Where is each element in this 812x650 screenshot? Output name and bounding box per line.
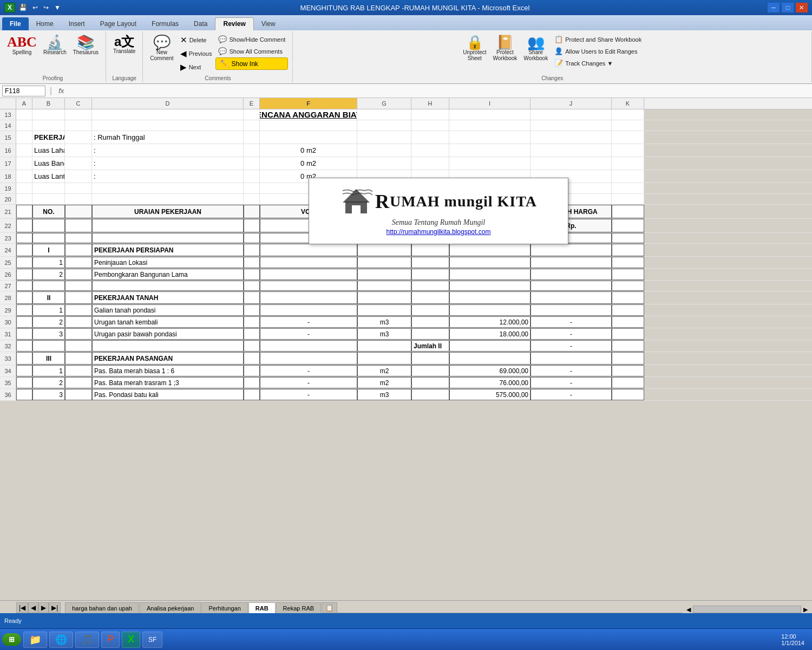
cell-k14[interactable] [612, 120, 644, 131]
cell-a19[interactable] [16, 183, 32, 193]
tab-home[interactable]: Home [29, 17, 61, 30]
rownum-14[interactable]: 14 [0, 120, 16, 131]
quick-access-redo[interactable]: ↪ [42, 3, 50, 12]
cell-a15[interactable] [16, 131, 32, 144]
tab-page-layout[interactable]: Page Layout [93, 17, 144, 30]
cell-e27[interactable] [244, 281, 260, 291]
rownum-36[interactable]: 36 [0, 389, 16, 400]
cell-f30[interactable]: - [260, 316, 357, 328]
cell-g36[interactable]: m3 [357, 389, 411, 400]
cell-f28[interactable] [260, 291, 357, 304]
cell-g13[interactable] [357, 109, 411, 120]
cell-d18[interactable]: : [92, 170, 244, 183]
cell-h24[interactable] [411, 244, 449, 256]
cell-g26[interactable] [357, 269, 411, 280]
cell-d29[interactable]: Galian tanah pondasi [92, 304, 244, 316]
cell-g35[interactable]: m2 [357, 377, 411, 388]
rownum-24[interactable]: 24 [0, 244, 16, 256]
col-header-e[interactable]: E [244, 98, 260, 109]
cell-d22[interactable] [92, 219, 244, 232]
cell-h25[interactable] [411, 257, 449, 268]
sheet-tab-perhitungan[interactable]: Perhitungan [201, 602, 247, 613]
cell-d35[interactable]: Pas. Bata merah trasram 1 ;3 [92, 377, 244, 388]
cell-c27[interactable] [65, 281, 92, 291]
rownum-19[interactable]: 19 [0, 183, 16, 193]
protect-workbook-button[interactable]: 📔 ProtectWorkbook [490, 34, 520, 63]
cell-g33[interactable] [357, 352, 411, 365]
cell-c33[interactable] [65, 352, 92, 365]
cell-j30[interactable]: - [531, 316, 612, 328]
cell-a22[interactable] [16, 219, 32, 232]
cell-a13[interactable] [16, 109, 32, 120]
tab-data[interactable]: Data [186, 17, 215, 30]
new-comment-button[interactable]: 💬 NewComment [147, 34, 176, 63]
cell-k33[interactable] [612, 352, 644, 365]
cell-f31[interactable]: - [260, 328, 357, 340]
cell-g31[interactable]: m3 [357, 328, 411, 340]
cell-g28[interactable] [357, 291, 411, 304]
sheet-tab-rekap[interactable]: Rekap RAB [276, 602, 321, 613]
unprotect-sheet-button[interactable]: 🔒 UnprotectSheet [460, 34, 489, 63]
cell-k30[interactable] [612, 316, 644, 328]
cell-e19[interactable] [244, 183, 260, 193]
tab-review[interactable]: Review [215, 17, 253, 30]
name-box[interactable] [2, 86, 45, 96]
cell-h32[interactable]: Jumlah II [411, 340, 449, 352]
show-all-comments-button[interactable]: 💬 Show All Comments [215, 46, 288, 57]
cell-c34[interactable] [65, 365, 92, 376]
cell-h27[interactable] [411, 281, 449, 291]
cell-g16[interactable] [357, 144, 411, 157]
cell-k20[interactable] [612, 194, 644, 204]
cell-a18[interactable] [16, 170, 32, 183]
cell-h28[interactable] [411, 291, 449, 304]
cell-h36[interactable] [411, 389, 449, 400]
cell-b32[interactable] [32, 340, 65, 352]
cell-f32[interactable] [260, 340, 357, 352]
cell-d30[interactable]: Urugan tanah kembali [92, 316, 244, 328]
cell-k13[interactable] [612, 109, 644, 120]
cell-a28[interactable] [16, 291, 32, 304]
cell-k27[interactable] [612, 281, 644, 291]
cell-c23[interactable] [65, 233, 92, 243]
col-header-a[interactable]: A [16, 98, 32, 109]
cell-e34[interactable] [244, 365, 260, 376]
sheet-prev-button[interactable]: ◀ [28, 602, 38, 613]
cell-k31[interactable] [612, 328, 644, 340]
cell-j26[interactable] [531, 269, 612, 280]
cell-k35[interactable] [612, 377, 644, 388]
maximize-button[interactable]: □ [782, 3, 794, 12]
cell-h15[interactable] [411, 131, 449, 144]
cell-e21[interactable] [244, 205, 260, 218]
thesaurus-button[interactable]: 📚 Thesaurus [70, 34, 101, 57]
cell-f26[interactable] [260, 269, 357, 280]
taskbar-browser[interactable]: 🌐 [49, 632, 73, 648]
translate-button[interactable]: a文 Translate [110, 34, 138, 56]
tab-file[interactable]: File [2, 17, 29, 30]
cell-c20[interactable] [65, 194, 92, 204]
cell-d16[interactable]: : [92, 144, 244, 157]
scroll-right[interactable]: ▶ [803, 606, 808, 613]
cell-h13[interactable] [411, 109, 449, 120]
cell-b16[interactable]: Luas Lahan [32, 144, 65, 157]
cell-j13[interactable] [531, 109, 612, 120]
cell-e16[interactable] [244, 144, 260, 157]
cell-e33[interactable] [244, 352, 260, 365]
cell-a20[interactable] [16, 194, 32, 204]
tab-insert[interactable]: Insert [61, 17, 93, 30]
cell-d32[interactable] [92, 340, 244, 352]
cell-c35[interactable] [65, 377, 92, 388]
cell-b19[interactable] [32, 183, 65, 193]
cell-i13[interactable] [449, 109, 531, 120]
cell-f33[interactable] [260, 352, 357, 365]
cell-a23[interactable] [16, 233, 32, 243]
cell-d19[interactable] [92, 183, 244, 193]
rownum-21[interactable]: 21 [0, 205, 16, 218]
cell-f14[interactable] [260, 120, 357, 131]
cell-d14[interactable] [92, 120, 244, 131]
cell-k15[interactable] [612, 131, 644, 144]
cell-d28[interactable]: PEKERJAAN TANAH [92, 291, 244, 304]
cell-d24[interactable]: PEKERJAAN PERSIAPAN [92, 244, 244, 256]
cell-k29[interactable] [612, 304, 644, 316]
cell-h31[interactable] [411, 328, 449, 340]
cell-g15[interactable] [357, 131, 411, 144]
